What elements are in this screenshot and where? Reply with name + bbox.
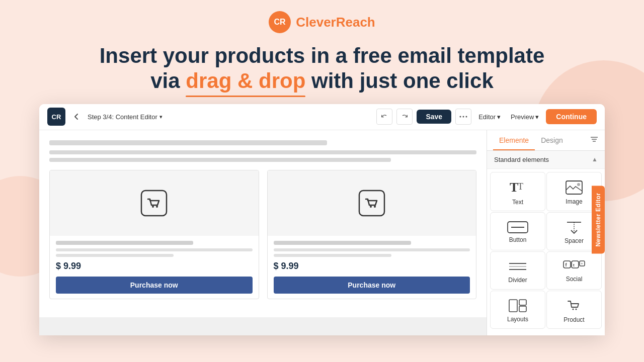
product-desc-skeleton bbox=[274, 254, 391, 257]
elements-grid: TT Text Image bbox=[487, 169, 605, 332]
product-card: $ 9.99 Purchase now bbox=[267, 170, 477, 299]
product-info: $ 9.99 Purchase now bbox=[268, 236, 476, 299]
svg-point-10 bbox=[374, 206, 376, 208]
svg-point-6 bbox=[152, 206, 154, 208]
app-window: CR Step 3/4: Content Editor ▾ Save Edito… bbox=[39, 104, 605, 335]
redo-button[interactable] bbox=[396, 109, 413, 125]
purchase-button[interactable]: Purchase now bbox=[274, 277, 470, 294]
tab-elemente[interactable]: Elemente bbox=[493, 130, 535, 150]
logo: CR CleverReach bbox=[269, 11, 375, 33]
divider-icon bbox=[508, 259, 527, 274]
breadcrumb-caret[interactable]: ▾ bbox=[159, 114, 163, 120]
product-title-skeleton bbox=[56, 241, 193, 245]
element-social[interactable]: f t + Social bbox=[546, 251, 602, 290]
toolbar-back-button[interactable] bbox=[69, 110, 84, 124]
hero-section: Insert your products in a free email tem… bbox=[0, 38, 644, 104]
logo-icon: CR bbox=[269, 11, 291, 33]
main-content: $ 9.99 Purchase now bbox=[39, 130, 605, 335]
svg-point-7 bbox=[156, 206, 158, 208]
panel-tabs: Elemente Design bbox=[487, 130, 605, 151]
section-toggle[interactable]: ▲ bbox=[592, 156, 598, 163]
filter-icon[interactable] bbox=[590, 135, 599, 146]
svg-rect-26 bbox=[564, 261, 571, 268]
more-button[interactable] bbox=[455, 109, 471, 125]
button-icon bbox=[507, 221, 528, 233]
element-divider[interactable]: Divider bbox=[490, 251, 545, 290]
preview-caret: ▾ bbox=[535, 113, 539, 121]
undo-button[interactable] bbox=[376, 109, 392, 125]
hero-highlight: drag & drop bbox=[186, 68, 305, 94]
tab-design[interactable]: Design bbox=[535, 130, 569, 150]
product-price: $ 9.99 bbox=[274, 261, 470, 272]
skeleton-line bbox=[49, 158, 391, 162]
svg-rect-33 bbox=[519, 300, 526, 305]
product-price: $ 9.99 bbox=[56, 261, 253, 272]
element-label: Social bbox=[566, 276, 583, 283]
svg-rect-8 bbox=[359, 191, 384, 216]
product-card: $ 9.99 Purchase now bbox=[49, 170, 259, 299]
svg-rect-32 bbox=[509, 300, 517, 312]
right-panel: Elemente Design Standard elements ▲ bbox=[487, 130, 605, 335]
product-image-area bbox=[50, 170, 259, 236]
svg-rect-34 bbox=[519, 306, 526, 312]
element-label: Image bbox=[566, 198, 582, 205]
product-desc-skeleton bbox=[274, 248, 470, 251]
product-grid: $ 9.99 Purchase now bbox=[49, 170, 476, 299]
product-info: $ 9.99 Purchase now bbox=[50, 236, 259, 299]
element-label: Layouts bbox=[507, 316, 528, 323]
product-title-skeleton bbox=[274, 241, 411, 245]
element-text[interactable]: TT Text bbox=[490, 172, 545, 211]
spacer-icon bbox=[565, 220, 583, 234]
text-icon: TT bbox=[509, 179, 527, 196]
svg-point-36 bbox=[576, 308, 577, 310]
toolbar-logo: CR bbox=[47, 108, 65, 126]
hero-title: Insert your products in a free email tem… bbox=[20, 43, 624, 94]
element-product[interactable]: Product bbox=[546, 291, 602, 329]
section-header: Standard elements ▲ bbox=[487, 151, 605, 169]
svg-point-35 bbox=[573, 308, 574, 310]
newsletter-editor-tab[interactable]: Newsletter Editor bbox=[592, 186, 605, 253]
element-label: Spacer bbox=[565, 237, 584, 244]
element-layouts[interactable]: Layouts bbox=[490, 291, 545, 329]
email-preview: $ 9.99 Purchase now bbox=[39, 130, 487, 317]
product-desc-skeleton bbox=[56, 254, 174, 257]
product-icon bbox=[566, 298, 582, 313]
svg-point-2 bbox=[460, 116, 461, 118]
cart-icon bbox=[139, 188, 169, 218]
layouts-icon bbox=[508, 299, 527, 313]
cart-icon bbox=[357, 188, 387, 218]
editor-caret: ▾ bbox=[497, 113, 501, 121]
element-label: Button bbox=[509, 236, 527, 243]
social-icon: f t + bbox=[563, 260, 585, 273]
page-header: CR CleverReach bbox=[0, 0, 644, 38]
product-desc-skeleton bbox=[56, 248, 253, 251]
purchase-button[interactable]: Purchase now bbox=[56, 277, 253, 294]
continue-button[interactable]: Continue bbox=[546, 109, 597, 124]
svg-text:f: f bbox=[566, 262, 568, 267]
svg-rect-5 bbox=[141, 191, 167, 216]
element-button[interactable]: Button bbox=[490, 212, 545, 250]
canvas-area: $ 9.99 Purchase now bbox=[39, 130, 487, 335]
svg-text:CR: CR bbox=[274, 18, 286, 26]
save-button[interactable]: Save bbox=[417, 110, 451, 124]
toolbar: CR Step 3/4: Content Editor ▾ Save Edito… bbox=[39, 104, 605, 130]
svg-point-17 bbox=[577, 183, 580, 186]
element-label: Product bbox=[564, 316, 584, 323]
skeleton-line bbox=[49, 150, 476, 154]
toolbar-right: Editor ▾ Preview ▾ Continue bbox=[475, 109, 597, 124]
svg-text:T: T bbox=[510, 180, 518, 195]
element-label: Divider bbox=[508, 277, 527, 284]
preview-dropdown[interactable]: Preview ▾ bbox=[508, 111, 542, 123]
skeleton-line bbox=[49, 140, 327, 145]
svg-point-3 bbox=[463, 116, 464, 118]
element-label: Text bbox=[512, 199, 523, 206]
breadcrumb: Step 3/4: Content Editor ▾ bbox=[88, 113, 163, 121]
image-icon bbox=[565, 180, 583, 195]
svg-point-4 bbox=[466, 116, 467, 118]
svg-text:+: + bbox=[581, 262, 583, 265]
svg-point-9 bbox=[370, 206, 372, 208]
svg-text:t: t bbox=[573, 263, 575, 267]
editor-dropdown[interactable]: Editor ▾ bbox=[475, 111, 504, 123]
product-image-area bbox=[268, 170, 476, 236]
svg-text:T: T bbox=[518, 182, 523, 192]
